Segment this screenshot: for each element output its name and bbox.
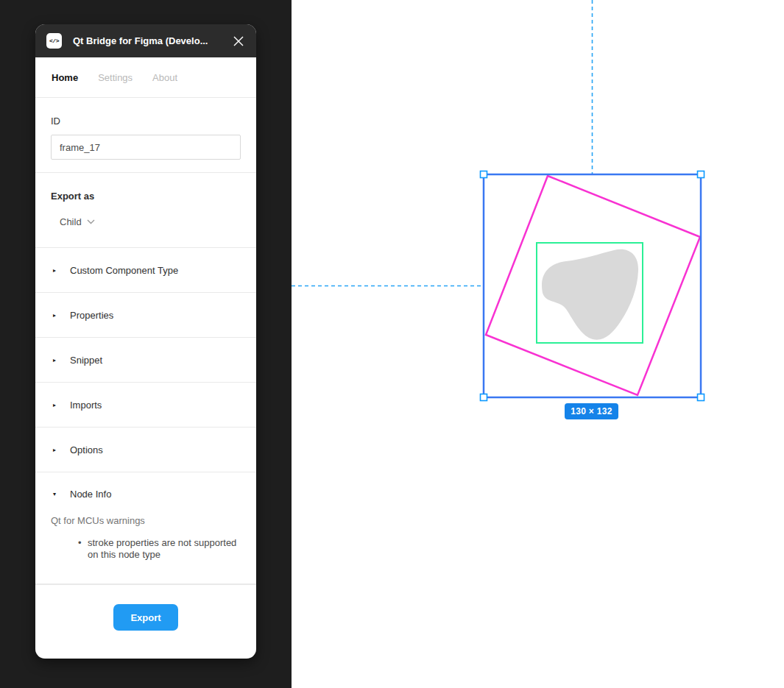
bullet-icon: • [78, 537, 88, 561]
section-label: Node Info [70, 489, 111, 500]
section-label: Custom Component Type [70, 265, 178, 276]
canvas-drawing [292, 0, 784, 688]
selection-handle-bottom-left[interactable] [481, 394, 487, 401]
selection-handle-top-left[interactable] [481, 171, 487, 178]
selection-handle-bottom-right[interactable] [698, 394, 704, 401]
section-label: Snippet [70, 355, 102, 366]
section-node-info[interactable]: ▾ Node Info [35, 472, 256, 515]
warning-list-item: • stroke properties are not supported on… [35, 537, 256, 561]
section-label: Imports [70, 400, 102, 411]
tab-settings[interactable]: Settings [98, 72, 133, 83]
section-properties[interactable]: ▸ Properties [35, 293, 256, 338]
export-as-section: Export as Child [35, 173, 256, 248]
code-icon: </> [46, 33, 62, 49]
tab-home[interactable]: Home [52, 72, 78, 83]
selection-handle-top-right[interactable] [698, 171, 704, 178]
caret-right-icon: ▸ [53, 357, 60, 363]
id-input[interactable] [51, 135, 241, 160]
gray-blob-shape[interactable] [542, 249, 638, 340]
plugin-title: Qt Bridge for Figma (Develo... [73, 35, 208, 46]
design-canvas[interactable]: 130 × 132 [292, 0, 784, 688]
caret-right-icon: ▸ [53, 267, 60, 274]
caret-right-icon: ▸ [53, 402, 60, 408]
warning-text: stroke properties are not supported on t… [88, 537, 244, 561]
export-as-dropdown[interactable]: Child [60, 216, 95, 227]
section-custom-component-type[interactable]: ▸ Custom Component Type [35, 248, 256, 293]
size-badge: 130 × 132 [565, 403, 618, 419]
caret-right-icon: ▸ [53, 312, 60, 319]
close-icon [233, 36, 244, 46]
node-info-section: ▾ Node Info Qt for MCUs warnings • strok… [35, 472, 256, 584]
caret-right-icon: ▸ [53, 447, 60, 453]
warnings-title: Qt for MCUs warnings [35, 515, 256, 526]
export-as-value: Child [60, 216, 82, 227]
close-button[interactable] [232, 35, 245, 48]
plugin-header: </> Qt Bridge for Figma (Develo... [35, 24, 256, 57]
tab-about[interactable]: About [152, 72, 177, 83]
export-as-label: Export as [51, 191, 241, 202]
section-label: Options [70, 444, 103, 455]
chevron-down-icon [87, 219, 95, 224]
tab-bar: Home Settings About [35, 57, 256, 98]
plugin-footer: Export [35, 584, 256, 659]
id-label: ID [51, 116, 241, 127]
export-button[interactable]: Export [113, 604, 178, 631]
caret-down-icon: ▾ [53, 491, 60, 497]
section-options[interactable]: ▸ Options [35, 428, 256, 472]
section-snippet[interactable]: ▸ Snippet [35, 338, 256, 383]
section-imports[interactable]: ▸ Imports [35, 383, 256, 428]
plugin-window: </> Qt Bridge for Figma (Develo... Home … [35, 24, 256, 659]
id-section: ID [35, 98, 256, 173]
section-label: Properties [70, 310, 113, 321]
